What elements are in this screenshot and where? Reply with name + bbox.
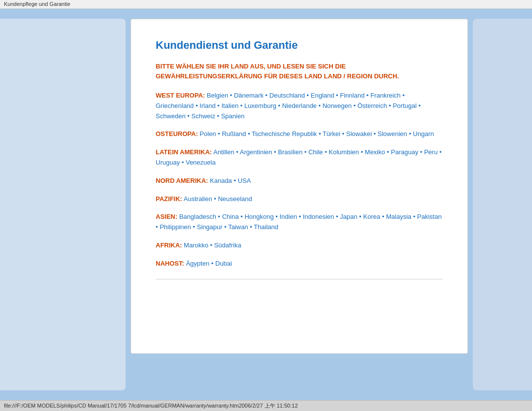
intro-text: BITTE WÄHLEN SIE IHR LAND AUS, UND LESEN… [156,62,443,81]
region-links-afrika: Marokko • Südafrika [184,241,241,249]
center-area: Kundendienst und Garantie BITTE WÄHLEN S… [126,19,473,390]
region-pazifik: PAZIFIK: Australien • Neuseeland [156,194,443,205]
right-panel [473,19,532,390]
link-indonesien[interactable]: Indonesien [303,213,334,220]
link-belgien[interactable]: Belgien [207,92,228,99]
link-finnland[interactable]: Finnland [340,92,365,99]
link-singapur[interactable]: Singapur [197,223,223,231]
link-peru[interactable]: Peru [424,148,437,156]
link-tschechische-republik[interactable]: Tschechische Republik [252,130,317,137]
region-osteuropa: OSTEUROPA: Polen • Rußland • Tschechisch… [156,129,443,139]
link-slowenien[interactable]: Slowenien [378,130,407,137]
link-mexiko[interactable]: Mexiko [365,148,385,156]
link-malaysia[interactable]: Malaysia [386,213,411,220]
link-kanada[interactable]: Kanada [210,177,232,184]
link-deutschland[interactable]: Deutschland [269,92,305,99]
link-indien[interactable]: Indien [279,213,297,220]
page-title: Kundendienst und Garantie [156,39,443,52]
link-schweden[interactable]: Schweden [156,112,186,120]
link-oesterreich[interactable]: Österreich [358,102,387,109]
link-marokko[interactable]: Marokko [184,241,208,249]
link-slowakei[interactable]: Slowakei [346,130,372,137]
region-label-nahost: NAHOST: [156,260,184,267]
link-dubai[interactable]: Dubai [215,260,232,267]
link-usa[interactable]: USA [238,177,251,184]
region-label-pazifik: PAZIFIK: [156,195,182,203]
link-norwegen[interactable]: Norwegen [323,102,352,109]
status-bar: file:///F:/OEM MODELS/philips/CD Manual/… [0,400,532,411]
left-panel [0,19,126,390]
link-philippinen[interactable]: Philippinen [160,223,191,231]
region-links-nahost: Ägypten • Dubai [186,260,232,267]
region-west-europa: WEST EUROPA: Belgien • Dänemark • Deutsc… [156,91,443,121]
link-antillen[interactable]: Antillen [213,148,234,156]
status-bar-text: file:///F:/OEM MODELS/philips/CD Manual/… [4,403,298,409]
link-griechenland[interactable]: Griechenland [156,102,194,109]
region-latein-amerika: LATEIN AMERIKA: Antillen • Argentinien •… [156,147,443,168]
link-luxemburg[interactable]: Luxemburg [244,102,276,109]
link-suedafrika[interactable]: Südafrika [214,241,241,249]
title-bar-text: Kundenpflege und Garantie [4,1,70,7]
region-label-nord-amerika: NORD AMERIKA: [156,177,208,184]
link-venezuela[interactable]: Venezuela [186,159,216,166]
link-italien[interactable]: Italien [221,102,238,109]
link-tuerkei[interactable]: Türkei [323,130,340,137]
link-ungarn[interactable]: Ungarn [413,130,434,137]
link-japan[interactable]: Japan [340,213,357,220]
region-links-nord-amerika: Kanada • USA [210,177,251,184]
link-daenemark[interactable]: Dänemark [234,92,264,99]
link-russland[interactable]: Rußland [222,130,246,137]
link-bangladesch[interactable]: Bangladesch [179,213,216,220]
region-nord-amerika: NORD AMERIKA: Kanada • USA [156,176,443,186]
browser-outer: Kundendienst und Garantie BITTE WÄHLEN S… [0,9,532,400]
region-nahost: NAHOST: Ägypten • Dubai [156,259,443,269]
link-uruguay[interactable]: Uruguay [156,159,180,166]
main-content: Kundendienst und Garantie BITTE WÄHLEN S… [131,19,468,354]
region-label-osteuropa: OSTEUROPA: [156,130,198,137]
link-england[interactable]: England [311,92,334,99]
link-spanien[interactable]: Spanien [221,112,245,120]
link-argentinien[interactable]: Argentinien [240,148,272,156]
link-schweiz[interactable]: Schweiz [192,112,215,120]
link-paraguay[interactable]: Paraguay [391,148,419,156]
region-afrika: AFRIKA: Marokko • Südafrika [156,240,443,251]
link-irland[interactable]: Irland [200,102,216,109]
region-label-west-europa: WEST EUROPA: [156,92,205,99]
link-portugal[interactable]: Portugal [393,102,416,109]
link-polen[interactable]: Polen [200,130,216,137]
link-niederlande[interactable]: Niederlande [282,102,317,109]
link-brasilien[interactable]: Brasilien [278,148,302,156]
link-aegypten[interactable]: Ägypten [186,260,209,267]
link-china[interactable]: China [222,213,239,220]
link-korea[interactable]: Korea [363,213,380,220]
link-australien[interactable]: Australien [184,195,212,203]
content-divider [156,279,443,279]
link-hongkong[interactable]: Hongkong [244,213,273,220]
region-links-asien: Bangladesch • China • Hongkong • Indien … [156,213,442,231]
link-frankreich[interactable]: Frankreich [370,92,400,99]
region-label-asien: ASIEN: [156,213,177,220]
link-pakistan[interactable]: Pakistan [417,213,442,220]
title-bar: Kundenpflege und Garantie [0,0,532,9]
link-kolumbien[interactable]: Kolumbien [329,148,359,156]
link-neuseeland[interactable]: Neuseeland [218,195,252,203]
region-label-afrika: AFRIKA: [156,241,182,249]
region-asien: ASIEN: Bangladesch • China • Hongkong • … [156,212,443,233]
link-thailand[interactable]: Thailand [254,223,278,231]
region-links-osteuropa: Polen • Rußland • Tschechische Republik … [200,130,434,137]
region-label-latein-amerika: LATEIN AMERIKA: [156,148,212,156]
link-chile[interactable]: Chile [308,148,323,156]
region-links-pazifik: Australien • Neuseeland [184,195,252,203]
link-taiwan[interactable]: Taiwan [228,223,248,231]
